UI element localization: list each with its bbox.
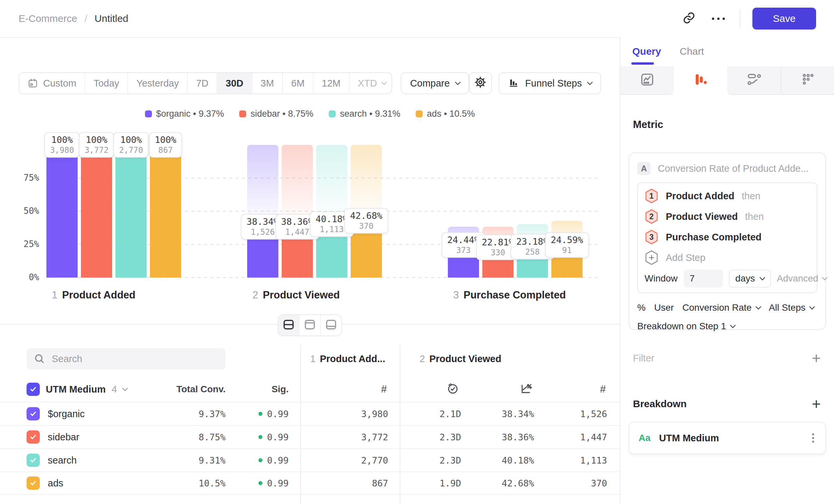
table-row[interactable]: sidebar8.75%0.993,7722.3D38.36%1,447 xyxy=(0,425,620,448)
range-6m[interactable]: 6M xyxy=(283,73,313,93)
measure-scope-select[interactable]: All Steps xyxy=(769,302,814,313)
bar-pct-value: 100% xyxy=(119,134,143,145)
table-row[interactable]: ads10.5%0.998671.9D42.68%370 xyxy=(0,472,620,495)
avg-time-column-button[interactable] xyxy=(446,382,461,396)
legend-item[interactable]: search • 9.31% xyxy=(329,109,400,119)
range-7d[interactable]: 7D xyxy=(188,73,217,93)
funnel-bar[interactable] xyxy=(81,145,112,277)
breakdown-item[interactable]: Aa UTM Medium xyxy=(629,422,826,454)
filter-section: Filter + xyxy=(633,352,821,364)
legend-item[interactable]: $organic • 9.37% xyxy=(145,109,224,119)
calendar-icon xyxy=(27,78,38,89)
y-axis-tick: 75% xyxy=(9,173,39,183)
select-all-checkbox[interactable] xyxy=(26,383,40,396)
row-checkbox[interactable] xyxy=(26,454,40,467)
count-column-button[interactable]: # xyxy=(381,383,388,395)
save-button[interactable]: Save xyxy=(752,8,816,29)
breadcrumb-page-title[interactable]: Untitled xyxy=(94,13,128,24)
step-number: 3 xyxy=(453,289,459,301)
legend-item[interactable]: sidebar • 8.75% xyxy=(239,109,313,119)
step-name: Product Viewed xyxy=(263,289,340,301)
row-checkbox[interactable] xyxy=(26,407,40,420)
tab-chart[interactable]: Chart xyxy=(680,46,704,57)
chevron-down-icon xyxy=(455,79,460,85)
filter-heading: Filter xyxy=(633,353,654,364)
range-xtd[interactable]: XTD xyxy=(350,73,392,93)
more-menu-button[interactable] xyxy=(709,9,728,28)
search-input[interactable] xyxy=(26,348,225,369)
funnel-bar-cell: 100%3,772 xyxy=(81,145,112,277)
table-row[interactable]: $organic9.37%0.993,9802.1D38.34%1,526 xyxy=(0,402,620,425)
funnel-bar[interactable] xyxy=(46,145,78,277)
measure-metric-select[interactable]: Conversion Rate xyxy=(682,302,760,313)
conv-pct-column-button[interactable] xyxy=(520,382,534,396)
step1-column-group: 1 Product Add... xyxy=(310,353,385,364)
window-unit-select[interactable]: days xyxy=(729,270,771,288)
total-conv-value: 8.75% xyxy=(199,432,225,442)
metric-step-row[interactable]: 1Product Addedthen xyxy=(644,186,810,206)
metric-step-row[interactable]: 3Purchase Completed xyxy=(644,227,810,247)
funnel-bars: 100%3,980100%3,772100%2,770100%86738.34%… xyxy=(46,145,583,277)
tab-trend-chart[interactable] xyxy=(620,66,674,95)
share-link-button[interactable] xyxy=(679,9,699,28)
breadcrumb-project[interactable]: E-Commerce xyxy=(19,13,77,24)
step-number: 2 xyxy=(253,289,258,301)
range-12m[interactable]: 12M xyxy=(313,73,349,93)
chevron-down-icon[interactable] xyxy=(122,386,128,391)
funnel-bar[interactable] xyxy=(115,145,147,277)
bar-count-value: 258 xyxy=(516,247,549,257)
top-header: E-Commerce / Untitled Save xyxy=(0,0,834,38)
tab-flow[interactable] xyxy=(727,66,781,95)
tab-retention[interactable] xyxy=(781,66,834,95)
advanced-toggle[interactable]: Advanced xyxy=(777,273,827,284)
funnel-bar[interactable] xyxy=(150,145,181,277)
metric-title-row[interactable]: A Conversion Rate of Product Adde... xyxy=(637,161,817,176)
sig-cell: 0.99 xyxy=(259,432,289,442)
count-column-button[interactable]: # xyxy=(600,383,607,395)
measure-format-toggle[interactable]: % xyxy=(637,302,645,313)
window-value-input[interactable] xyxy=(684,270,723,288)
chart-type-select[interactable]: Funnel Steps xyxy=(499,72,601,94)
range-label: Yesterday xyxy=(136,78,179,89)
measure-entity-select[interactable]: User xyxy=(654,302,674,313)
bar-value-label: 100%3,772 xyxy=(79,132,114,158)
add-filter-button[interactable]: + xyxy=(812,352,821,364)
sig-header[interactable]: Sig. xyxy=(272,384,289,395)
layout-table-only-button[interactable] xyxy=(321,315,342,336)
layout-chart-only-button[interactable] xyxy=(300,315,321,336)
funnel-bar-cell: 24.59%91 xyxy=(551,145,583,277)
range-30d[interactable]: 30D xyxy=(217,73,252,93)
total-conv-header[interactable]: Total Conv. xyxy=(176,384,225,395)
row-checkbox[interactable] xyxy=(26,430,40,444)
funnel-bar-cell: 24.44%373 xyxy=(448,145,479,277)
chart-settings-button[interactable] xyxy=(469,72,492,94)
range-custom[interactable]: Custom xyxy=(19,73,85,93)
funnel-steps-editor: 1Product Addedthen2Product Viewedthen3Pu… xyxy=(637,182,817,293)
avg-time-value: 2.3D xyxy=(440,455,461,465)
compare-button[interactable]: Compare xyxy=(401,72,469,94)
tab-funnel[interactable] xyxy=(674,66,727,95)
step-number: 2 xyxy=(420,353,425,364)
bar-count-value: 370 xyxy=(350,222,382,231)
legend-label: $organic • 9.37% xyxy=(156,109,224,119)
y-axis-tick: 0% xyxy=(9,272,39,282)
bar-count-value: 2,770 xyxy=(119,145,143,155)
add-breakdown-button[interactable]: + xyxy=(812,398,821,410)
layout-split-button[interactable] xyxy=(278,315,300,336)
dimension-header[interactable]: UTM Medium xyxy=(46,384,106,395)
tab-query[interactable]: Query xyxy=(632,46,661,57)
metric-step-row[interactable]: 2Product Viewedthen xyxy=(644,206,810,227)
step2-count-value: 1,447 xyxy=(580,432,607,442)
add-step-button[interactable]: + Add Step xyxy=(644,247,810,268)
kebab-menu-icon[interactable] xyxy=(810,431,816,445)
dots-grid-icon xyxy=(800,72,816,89)
legend-item[interactable]: ads • 10.5% xyxy=(416,109,475,119)
funnel-bar-cell: 100%3,980 xyxy=(46,145,78,277)
table-row[interactable]: search9.31%0.992,7702.3D40.18%1,113 xyxy=(0,448,620,472)
range-today[interactable]: Today xyxy=(85,73,128,93)
breakdown-on-step-select[interactable]: Breakdown on Step 1 xyxy=(637,321,817,331)
range-label: Custom xyxy=(43,78,76,89)
range-3m[interactable]: 3M xyxy=(253,73,283,93)
row-checkbox[interactable] xyxy=(26,477,40,490)
range-yesterday[interactable]: Yesterday xyxy=(128,73,188,93)
